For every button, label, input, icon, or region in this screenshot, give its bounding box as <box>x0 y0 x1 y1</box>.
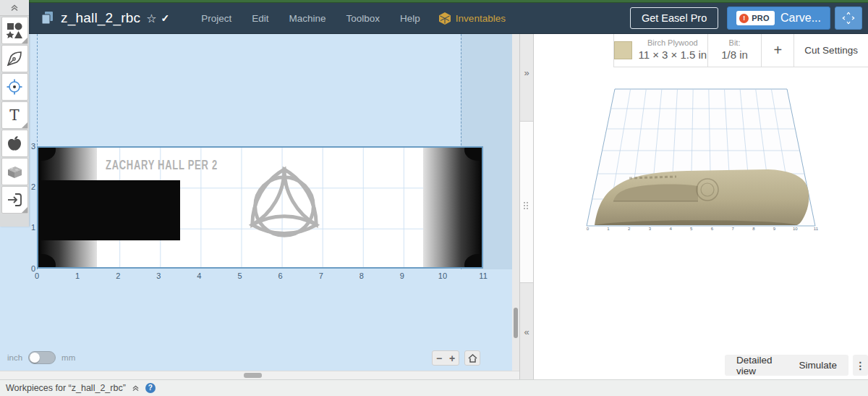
navbar: z_hall_2_rbc ☆ ✓ ProjectEditMachineToolb… <box>0 3 868 34</box>
preview-axis-label: 11 <box>806 227 827 231</box>
ruler-x-label: 4 <box>179 271 219 280</box>
panel-divider[interactable]: » « <box>519 34 534 379</box>
toggle-knob <box>30 353 40 363</box>
ruler-x-label: 10 <box>422 271 463 280</box>
tool-shapes[interactable] <box>1 17 28 44</box>
divider-grip-handle[interactable] <box>524 202 528 209</box>
zoom-home-button[interactable] <box>464 350 480 366</box>
add-bit-button[interactable]: + <box>762 34 794 67</box>
nav-menu-item[interactable]: Toolbox <box>336 13 391 24</box>
inventables-link[interactable]: Inventables <box>439 12 506 25</box>
preview-axis-label: 3 <box>639 227 660 231</box>
preview-axis-label: 8 <box>744 227 765 231</box>
preview-axis-label: 10 <box>785 227 806 231</box>
simulate-button[interactable]: Simulate <box>788 360 849 371</box>
help-icon[interactable]: ? <box>145 383 156 393</box>
panel-expand-chevron[interactable]: » <box>520 67 533 78</box>
detailed-view-button[interactable]: Detailed view <box>725 355 788 376</box>
ruler-x-label: 7 <box>301 271 341 280</box>
tool-pen[interactable] <box>1 45 28 72</box>
unit-toggle-group: inch mm <box>7 351 75 364</box>
preview-axis-x: 01234567891011 <box>577 227 826 231</box>
tool-drill-point[interactable] <box>1 73 28 101</box>
nav-menu-item[interactable]: Edit <box>242 13 278 24</box>
zoom-out-button[interactable]: − <box>433 353 446 364</box>
unit-mm-label: mm <box>61 353 75 362</box>
tool-import[interactable] <box>1 186 28 214</box>
gradient-object-right[interactable] <box>423 148 482 267</box>
shapes-icon <box>6 22 23 39</box>
bit-value: 1/8 in <box>721 49 748 62</box>
nav-menu-item[interactable]: Machine <box>279 13 336 24</box>
ruler-x-label: 9 <box>382 271 422 280</box>
preview-axis-label: 9 <box>764 227 785 231</box>
tool-design-library[interactable] <box>1 130 28 157</box>
drill-crosshair-icon <box>6 78 23 96</box>
ruler-x-label: 8 <box>341 271 382 280</box>
panel-collapse-chevron[interactable]: « <box>520 327 533 337</box>
pro-badge: ! PRO <box>736 11 775 25</box>
workpieces-bar: Workpieces for “z_hall_2_rbc” ? <box>0 379 868 396</box>
preview-axis-label: 6 <box>702 227 723 231</box>
ruler-y-label: 3 <box>29 126 35 167</box>
view-menu-button[interactable]: ⋮ <box>853 355 868 376</box>
workpieces-collapse-icon[interactable] <box>132 385 140 392</box>
get-easel-pro-button[interactable]: Get Easel Pro <box>630 7 718 29</box>
toolbar-collapse-button[interactable] <box>0 0 29 16</box>
duplicate-pages-icon[interactable] <box>41 11 54 25</box>
ruler-x-label: 1 <box>57 271 98 280</box>
ruler-x-label: 6 <box>260 271 301 280</box>
pro-badge-label: PRO <box>752 14 770 22</box>
favorite-star-icon[interactable]: ☆ <box>146 12 156 25</box>
ruler-y-label: 2 <box>29 167 35 207</box>
ruler-x: 01234567891011 <box>17 271 503 280</box>
ruler-y: 3210 <box>29 126 35 289</box>
home-icon <box>468 354 477 363</box>
nav-menu-item[interactable]: Help <box>390 13 430 24</box>
inventables-label: Inventables <box>456 13 506 24</box>
expand-arrows-icon <box>841 11 856 25</box>
svg-text:T: T <box>9 106 20 124</box>
triquetra-knot-object[interactable] <box>240 164 328 255</box>
view-controls: Detailed view Simulate ⋮ <box>725 355 868 376</box>
ruler-x-label: 2 <box>98 271 138 280</box>
cut-settings-button[interactable]: Cut Settings <box>794 34 868 67</box>
text-tool-icon: T <box>6 106 23 124</box>
preview-axis-label: 2 <box>618 227 639 231</box>
carved-rectangle-object[interactable] <box>38 180 180 240</box>
preview-axis-label: 7 <box>723 227 744 231</box>
ruler-x-label: 0 <box>17 271 57 280</box>
bit-selector[interactable]: Bit: 1/8 in <box>708 34 762 67</box>
preview-axis-label: 0 <box>577 227 598 231</box>
engraved-name-text[interactable]: ZACHARY HALL PER 2 <box>106 158 218 173</box>
ruler-y-label: 0 <box>29 248 35 289</box>
material-header: Birch Plywood 11 × 3 × 1.5 in Bit: 1/8 i… <box>613 34 868 67</box>
ruler-x-label: 5 <box>219 271 260 280</box>
bit-label: Bit: <box>729 38 741 49</box>
design-canvas[interactable]: ZACHARY HALL PER 2 01234567891011 3210 i… <box>0 34 512 371</box>
ruler-x-label: 3 <box>138 271 179 280</box>
easel-app: z_hall_2_rbc ☆ ✓ ProjectEditMachineToolb… <box>0 0 868 396</box>
pro-alert-icon: ! <box>739 14 749 23</box>
canvas-vertical-scrollbar[interactable] <box>512 34 519 371</box>
ruler-y-label: 1 <box>29 207 35 248</box>
horizontal-scroll-thumb[interactable] <box>244 373 262 378</box>
import-icon <box>6 191 23 208</box>
ruler-x-label: 11 <box>463 271 503 280</box>
canvas-horizontal-scrollbar[interactable] <box>0 371 519 379</box>
material-selector[interactable]: Birch Plywood 11 × 3 × 1.5 in <box>614 34 708 67</box>
tool-apps-brick[interactable] <box>1 158 28 185</box>
nav-menu-item[interactable]: Project <box>191 13 242 24</box>
carve-button[interactable]: ! PRO Carve... <box>727 7 830 30</box>
fullscreen-expand-button[interactable] <box>835 7 862 30</box>
workpiece-2d[interactable]: ZACHARY HALL PER 2 <box>37 146 483 269</box>
zoom-in-button[interactable]: + <box>446 353 459 364</box>
project-title[interactable]: z_hall_2_rbc <box>61 10 140 26</box>
tool-text[interactable]: T <box>1 101 28 129</box>
carve-button-label: Carve... <box>780 12 821 25</box>
vertical-scroll-thumb[interactable] <box>514 308 518 338</box>
saved-check-icon: ✓ <box>161 12 169 24</box>
inventables-cube-icon <box>439 12 451 25</box>
preview-3d-view[interactable] <box>579 80 825 235</box>
unit-toggle[interactable] <box>28 351 56 364</box>
